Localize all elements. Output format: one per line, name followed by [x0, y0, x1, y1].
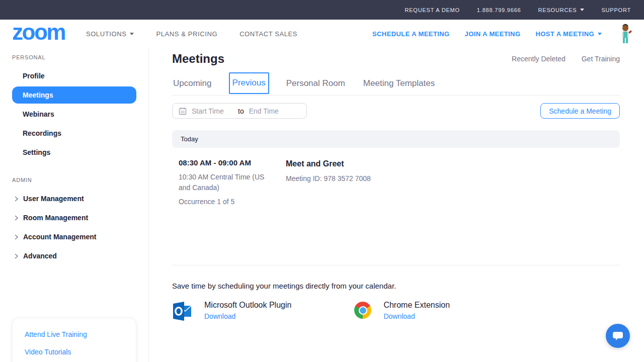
topbar: REQUEST A DEMO 1.888.799.9666 RESOURCES … — [0, 0, 644, 20]
sidebar-item-recordings[interactable]: Recordings — [12, 125, 136, 142]
chat-bubble-icon — [612, 331, 623, 341]
request-demo-link[interactable]: REQUEST A DEMO — [405, 7, 459, 13]
sidebar-item-webinars[interactable]: Webinars — [12, 106, 136, 123]
tab-previous[interactable]: Previous — [229, 72, 269, 94]
main-nav: SOLUTIONS PLANS & PRICING CONTACT SALES — [86, 30, 297, 38]
calendar-icon — [179, 107, 187, 115]
chrome-download-link[interactable]: Download — [383, 312, 415, 320]
sidebar-item-meetings[interactable]: Meetings — [12, 86, 136, 104]
admin-section-label: ADMIN — [0, 177, 148, 183]
sidebar: PERSONAL Profile Meetings Webinars Recor… — [0, 48, 149, 362]
end-time-input[interactable] — [249, 107, 290, 115]
meeting-local-time: 10:30 AM Central Time (US and Canada) — [179, 172, 268, 193]
sidebar-item-settings[interactable]: Settings — [12, 144, 136, 161]
tab-upcoming[interactable]: Upcoming — [172, 74, 213, 95]
meetings-tabs: Upcoming Previous Personal Room Meeting … — [172, 71, 620, 96]
start-time-input[interactable] — [192, 107, 233, 115]
sidebar-item-account-management[interactable]: Account Management — [12, 228, 136, 245]
meeting-list: 08:30 AM - 09:00 AM 10:30 AM Central Tim… — [172, 148, 620, 265]
attend-live-training-link[interactable]: Attend Live Training — [13, 325, 136, 343]
schedule-meeting-button[interactable]: Schedule a Meeting — [540, 103, 620, 119]
chevron-down-icon — [130, 33, 134, 35]
chevron-right-icon — [15, 215, 19, 221]
video-tutorials-link[interactable]: Video Tutorials — [13, 343, 136, 360]
training-card: Attend Live Training Video Tutorials — [12, 318, 136, 362]
sidebar-item-profile[interactable]: Profile — [12, 67, 136, 84]
outlook-download-link[interactable]: Download — [204, 312, 235, 320]
phone-link[interactable]: 1.888.799.9666 — [477, 7, 521, 13]
chat-button[interactable] — [606, 324, 630, 348]
host-a-meeting-menu[interactable]: HOST A MEETING — [535, 30, 602, 38]
header-actions: SCHEDULE A MEETING JOIN A MEETING HOST A… — [372, 24, 633, 44]
get-training-link[interactable]: Get Training — [582, 55, 620, 63]
date-group-header: Today — [172, 130, 620, 148]
zoom-logo[interactable]: zoom — [12, 21, 65, 43]
nav-plans-pricing[interactable]: PLANS & PRICING — [156, 30, 217, 38]
tab-meeting-templates[interactable]: Meeting Templates — [362, 74, 436, 95]
outlook-icon — [172, 301, 192, 322]
meeting-id: Meeting ID: 978 3572 7008 — [286, 174, 371, 183]
chevron-right-icon — [15, 196, 19, 202]
chrome-extension-name: Chrome Extension — [383, 301, 450, 310]
nav-solutions[interactable]: SOLUTIONS — [86, 30, 134, 38]
join-a-meeting-link[interactable]: JOIN A MEETING — [465, 30, 521, 38]
outlook-plugin-item: Microsoft Outlook Plugin Download — [172, 301, 291, 322]
chrome-extension-item: Chrome Extension Download — [354, 301, 450, 322]
sidebar-item-advanced[interactable]: Advanced — [12, 247, 136, 264]
personal-section-label: PERSONAL — [0, 54, 148, 60]
meeting-row[interactable]: 08:30 AM - 09:00 AM 10:30 AM Central Tim… — [172, 148, 620, 206]
recently-deleted-link[interactable]: Recently Deleted — [512, 55, 566, 63]
sidebar-item-room-management[interactable]: Room Management — [12, 209, 136, 226]
schedule-a-meeting-link[interactable]: SCHEDULE A MEETING — [372, 30, 450, 38]
page-title: Meetings — [172, 52, 224, 66]
section-divider — [172, 265, 620, 265]
chrome-icon — [354, 302, 371, 319]
nav-contact-sales[interactable]: CONTACT SALES — [239, 30, 297, 38]
chevron-right-icon — [15, 253, 19, 259]
tab-personal-room[interactable]: Personal Room — [285, 74, 346, 95]
date-range-to-label: to — [238, 107, 244, 115]
chevron-down-icon — [580, 9, 584, 11]
support-link[interactable]: SUPPORT — [601, 7, 631, 13]
outlook-plugin-name: Microsoft Outlook Plugin — [204, 301, 291, 310]
sidebar-item-user-management[interactable]: User Management — [12, 190, 136, 207]
chevron-down-icon — [598, 33, 602, 35]
date-range-picker[interactable]: to — [172, 103, 307, 119]
header: zoom SOLUTIONS PLANS & PRICING CONTACT S… — [0, 20, 644, 48]
calendar-tip-text: Save time by scheduling your meetings di… — [172, 282, 620, 290]
main-content: Meetings Recently Deleted Get Training U… — [149, 48, 644, 362]
profile-avatar[interactable] — [618, 24, 633, 44]
meeting-topic-link[interactable]: Meet and Greet — [286, 159, 371, 168]
meeting-time-range: 08:30 AM - 09:00 AM — [179, 158, 279, 167]
resources-menu[interactable]: RESOURCES — [538, 7, 585, 13]
chevron-right-icon — [15, 234, 19, 240]
meeting-occurrence: Occurrence 1 of 5 — [179, 198, 279, 206]
